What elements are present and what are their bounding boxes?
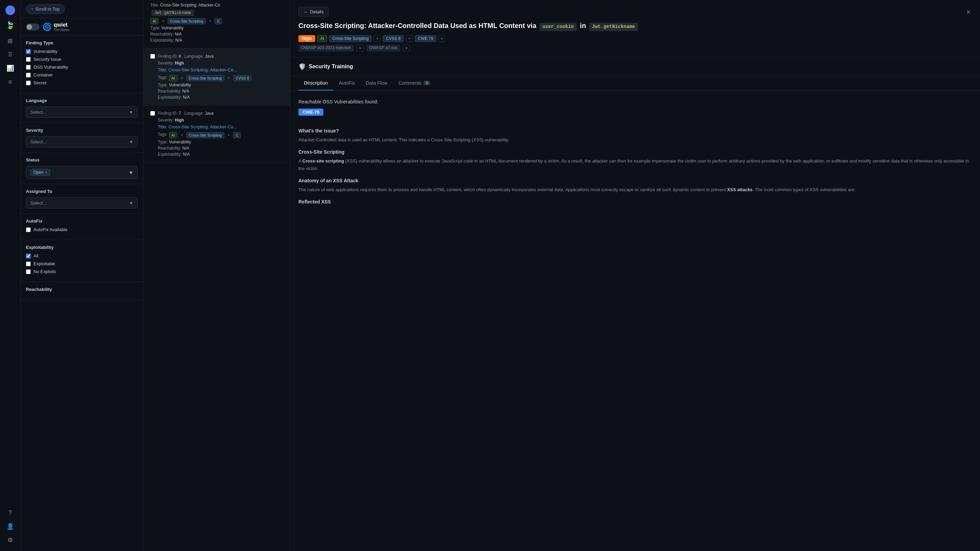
container-checkbox[interactable] (26, 73, 31, 78)
nav-grid-icon[interactable]: ⊞ (5, 35, 16, 46)
finding-reachability-row: Reachability: N/A (150, 32, 283, 37)
tag-plus-8: + (178, 75, 185, 81)
finding-meta-top: Title: Cross-Site Scripting: Attacker-Co (150, 3, 220, 8)
exploitability-exploitable-item[interactable]: Exploitable (26, 261, 138, 266)
tag-cvss-8: CVSS 8 (233, 75, 251, 81)
finding-7-tags: Tags: AI + Cross-Site Scripting + C (158, 132, 283, 138)
finding-8-checkbox[interactable] (150, 54, 155, 59)
settings-icon[interactable]: ⚙ (5, 535, 16, 546)
container-label: Container (33, 72, 52, 78)
finding-card-top[interactable]: Title: Cross-Site Scripting: Attacker-Co… (143, 0, 290, 48)
back-arrow-icon: ← (304, 9, 308, 14)
assigned-to-chevron-icon: ▼ (129, 201, 133, 205)
finding-7-reachability: Reachability: N/A (158, 146, 283, 151)
what-is-issue-heading: What's the issue? (298, 128, 972, 133)
vulnerability-label: Vulnerability (33, 49, 57, 54)
nav-chart-icon[interactable]: 📊 (5, 63, 16, 74)
oss-vuln-checkbox[interactable] (26, 65, 31, 70)
exploitability-all-item[interactable]: All (26, 253, 138, 259)
finding-card-8[interactable]: Finding ID: 8 Language: Java Severity: H… (143, 48, 290, 105)
cwe-badge[interactable]: CWE-79 (298, 108, 323, 116)
language-select[interactable]: Select... ▼ (26, 106, 138, 118)
scroll-to-top-label: Scroll to Top (35, 6, 60, 12)
detail-tag-plus3[interactable]: + (438, 35, 445, 42)
exploitability-filter: Exploitability All Exploitable No Exploi… (21, 240, 143, 282)
user-icon[interactable]: 👤 (5, 521, 16, 532)
detail-header-content: ← Details Cross-Site Scripting: Attacker… (298, 7, 965, 52)
status-tag-value: Open (33, 170, 43, 175)
detail-tag-cvss[interactable]: CVSS 8 (383, 35, 404, 42)
vulnerability-checkbox[interactable] (26, 49, 31, 54)
detail-tag-plus2[interactable]: + (406, 35, 413, 42)
tag-xss-8: Cross-Site Scripting (186, 75, 224, 81)
nav-apps-icon[interactable]: ⠿ (5, 49, 16, 60)
owasp-plus1[interactable]: + (356, 45, 364, 52)
status-open-tag[interactable]: Open × (30, 169, 50, 176)
tag-ai: AI (150, 18, 158, 24)
exploitability-all-checkbox[interactable] (26, 254, 31, 259)
detail-tag-cwe[interactable]: CWE 79 (415, 35, 436, 42)
owasp-injection-tag[interactable]: OWASP a03-2021-injection (298, 45, 354, 52)
severity-select[interactable]: Select... ▼ (26, 136, 138, 148)
finding-8-tags: Tags: AI + Cross-Site Scripting + CVSS 8 (158, 75, 283, 81)
detail-tabs: Description AutoFix Data Flow Comments 0 (290, 76, 980, 91)
autofix-available-item[interactable]: AutoFix Available (26, 227, 138, 232)
detail-tag-plus1[interactable]: + (374, 35, 381, 42)
main-content: Title: Cross-Site Scripting: Attacker-Co… (143, 0, 980, 551)
xss-intro: A Cross-site scripting (XSS) vulnerabili… (298, 157, 972, 172)
autofix-available-label: AutoFix Available (33, 227, 68, 232)
detail-tag-xss[interactable]: Cross-Site Scripting (329, 35, 372, 42)
scroll-to-top-button[interactable]: ↑ Scroll to Top (26, 4, 65, 14)
detail-title-text: Cross-Site Scripting: Attacker-Controlle… (298, 22, 536, 29)
back-to-details-button[interactable]: ← Details (298, 7, 329, 17)
exploitability-exploitable-label: Exploitable (33, 261, 55, 266)
finding-7-meta: Finding ID: 7 Language: Java (158, 111, 213, 116)
tab-comments-label: Comments (398, 80, 422, 86)
tab-comments-count: 0 (423, 81, 430, 85)
security-issue-label: Security Issue (33, 57, 62, 62)
close-detail-button[interactable]: × (965, 7, 972, 17)
assigned-to-value: Select... (30, 200, 46, 205)
exploitability-exploitable-checkbox[interactable] (26, 262, 31, 266)
finding-8-title: Title: Cross-Site Scripting: Attacker-Co… (158, 67, 283, 73)
finding-card-7[interactable]: Finding ID: 7 Language: Java Severity: H… (143, 105, 290, 162)
vulnerability-checkbox-item[interactable]: Vulnerability (26, 49, 138, 54)
security-training-section: 🛡️ Security Training (290, 57, 980, 76)
tab-description[interactable]: Description (298, 76, 333, 91)
tag-ai-7: AI (169, 132, 177, 138)
owasp-xss-tag[interactable]: OWASP a7-xss (366, 45, 400, 52)
help-icon[interactable]: ? (5, 507, 16, 518)
detail-title: Cross-Site Scripting: Attacker-Controlle… (298, 21, 965, 31)
owasp-plus2[interactable]: + (403, 45, 410, 52)
security-issue-checkbox[interactable] (26, 57, 31, 62)
oss-vuln-checkbox-item[interactable]: OSS Vulnerability (26, 65, 138, 70)
security-issue-checkbox-item[interactable]: Security Issue (26, 57, 138, 62)
finding-7-checkbox[interactable] (150, 111, 155, 116)
reachability-label: Reachability (26, 287, 138, 292)
tab-comments[interactable]: Comments 0 (393, 76, 436, 91)
secret-checkbox-item[interactable]: Secret (26, 80, 138, 85)
tab-data-flow[interactable]: Data Flow (361, 76, 393, 91)
assigned-to-select[interactable]: Select... ▼ (26, 197, 138, 209)
tab-autofix[interactable]: AutoFix (333, 76, 360, 91)
container-checkbox-item[interactable]: Container (26, 72, 138, 78)
toggle-switch[interactable] (26, 24, 40, 30)
logo-tagline: The Noise. (54, 28, 70, 32)
finding-8-exploitability: Exploitability: N/A (158, 95, 283, 100)
autofix-checkbox[interactable] (26, 227, 31, 232)
finding-7-type: Type: Vulnerability (158, 140, 283, 144)
status-chevron-icon: ▼ (129, 170, 133, 175)
exploitability-noexploits-item[interactable]: No Exploits (26, 269, 138, 274)
status-tag-close-icon[interactable]: × (45, 170, 47, 175)
finding-top-tags: AI + Cross-Site Scripting + C (150, 18, 283, 24)
detail-tag-ai[interactable]: AI (317, 35, 327, 42)
findings-list: Title: Cross-Site Scripting: Attacker-Co… (143, 0, 290, 551)
nav-logo-spiral: 🌀 (4, 4, 16, 16)
exploitability-noexploits-checkbox[interactable] (26, 269, 31, 274)
nav-table-icon[interactable]: ≡ (5, 76, 16, 87)
secret-checkbox[interactable] (26, 81, 31, 85)
tab-description-label: Description (304, 80, 328, 86)
detail-code-badge2: Jwt.getNickname (589, 23, 638, 31)
reachability-filter: Reachability (21, 282, 143, 300)
status-select[interactable]: Open × ▼ (26, 166, 138, 179)
